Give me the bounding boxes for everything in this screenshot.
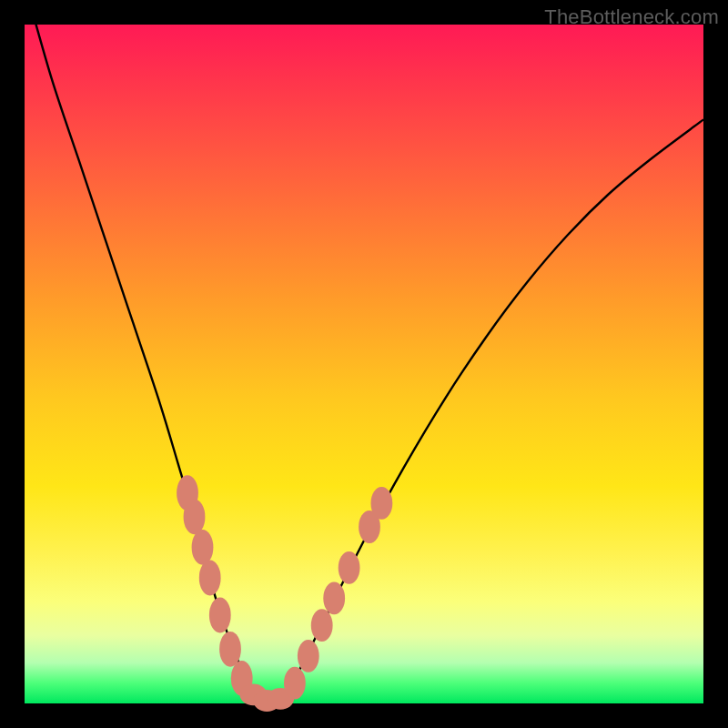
chart-plot-area <box>25 25 703 703</box>
chart-marker <box>298 640 319 672</box>
chart-markers <box>177 475 392 712</box>
chart-frame: TheBottleneck.com <box>0 0 728 728</box>
chart-marker <box>284 667 306 700</box>
chart-marker <box>199 561 221 596</box>
chart-marker <box>209 598 231 633</box>
chart-marker <box>192 530 214 565</box>
bottleneck-curve <box>25 0 703 703</box>
chart-marker <box>323 582 345 615</box>
watermark-text: TheBottleneck.com <box>544 5 719 29</box>
chart-svg <box>25 25 703 703</box>
chart-marker <box>339 551 360 584</box>
chart-marker <box>219 632 241 667</box>
chart-marker <box>311 609 333 642</box>
chart-marker <box>371 487 393 520</box>
chart-marker <box>184 500 206 535</box>
